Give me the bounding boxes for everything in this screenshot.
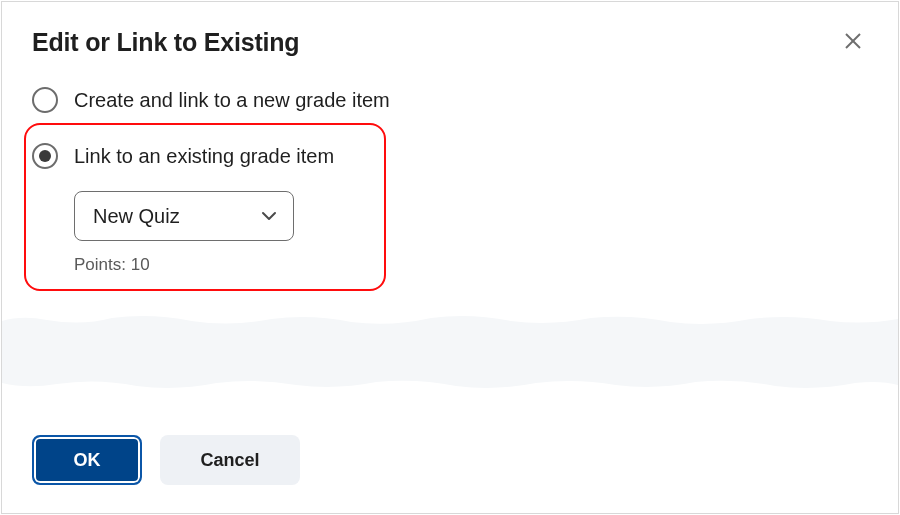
grade-item-select[interactable]: New Quiz xyxy=(74,191,294,241)
ok-button[interactable]: OK xyxy=(32,435,142,485)
radio-selected-icon xyxy=(39,150,51,162)
dialog-header: Edit or Link to Existing xyxy=(2,2,898,57)
radio-option-create-new[interactable]: Create and link to a new grade item xyxy=(32,81,868,119)
radio-group: Create and link to a new grade item Link… xyxy=(2,57,898,291)
highlight-box: Link to an existing grade item New Quiz … xyxy=(24,123,386,291)
dialog-footer: OK Cancel xyxy=(2,411,898,513)
radio-icon xyxy=(32,143,58,169)
chevron-down-icon xyxy=(261,208,277,224)
dialog: Edit or Link to Existing Create and link… xyxy=(1,1,899,514)
radio-label-create-new: Create and link to a new grade item xyxy=(74,89,390,112)
radio-option-link-existing[interactable]: Link to an existing grade item xyxy=(32,143,362,169)
torn-divider xyxy=(2,312,898,392)
cancel-button[interactable]: Cancel xyxy=(160,435,300,485)
close-icon[interactable] xyxy=(844,28,868,54)
dialog-title: Edit or Link to Existing xyxy=(32,28,299,57)
points-label: Points: 10 xyxy=(74,255,362,275)
grade-item-select-value: New Quiz xyxy=(93,205,180,228)
radio-icon xyxy=(32,87,58,113)
grade-item-select-wrap: New Quiz xyxy=(74,191,362,241)
radio-label-link-existing: Link to an existing grade item xyxy=(74,145,334,168)
